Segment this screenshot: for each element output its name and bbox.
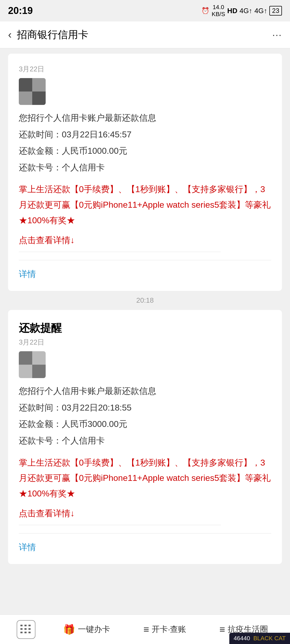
header: ‹ 招商银行信用卡 ··· bbox=[0, 21, 290, 48]
kaika-button[interactable]: ≡ 开卡·查账 bbox=[138, 621, 191, 638]
page-title: 招商银行信用卡 bbox=[17, 28, 272, 42]
more-button[interactable]: ··· bbox=[272, 29, 282, 41]
keyboard-button[interactable] bbox=[17, 620, 35, 639]
message-body-1: 您招行个人信用卡账户最新还款信息 还款时间：03月22日16:45:57 还款金… bbox=[19, 110, 271, 175]
avatar-2 bbox=[19, 351, 46, 378]
divider-2 bbox=[19, 525, 221, 525]
detail-link-1[interactable]: 点击查看详情↓ bbox=[19, 235, 271, 246]
message-card-2: 还款提醒 3月22日 您招行个人信用卡账户最新还款信息 还款时间：03月22日2… bbox=[8, 310, 282, 564]
keyboard-icon bbox=[20, 625, 32, 634]
promo-text-1: 掌上生活还款【0手续费】、【1秒到账】、【支持多家银行】，3月还款更可赢【0元购… bbox=[19, 182, 271, 228]
status-time: 20:19 bbox=[8, 5, 33, 16]
message-card-1: 3月22日 您招行个人信用卡账户最新还款信息 还款时间：03月22日16:45:… bbox=[8, 54, 282, 291]
detail-button-2[interactable]: 详情 bbox=[19, 533, 271, 553]
avatar-1 bbox=[19, 78, 46, 105]
yijian-label: 一键办卡 bbox=[78, 624, 110, 635]
back-button[interactable]: ‹ bbox=[8, 29, 12, 41]
menu-icon-2: ≡ bbox=[219, 624, 225, 635]
message-date-2: 3月22日 bbox=[19, 338, 271, 347]
time-divider: 20:18 bbox=[0, 291, 290, 310]
watermark-brand: BLACK CAT bbox=[253, 635, 286, 642]
yijian-button[interactable]: 🎁 一键办卡 bbox=[58, 621, 115, 638]
signal-4g-2: 4G↑ bbox=[255, 7, 267, 15]
signal-4g: 4G↑ bbox=[240, 7, 252, 15]
detail-button-1[interactable]: 详情 bbox=[19, 260, 271, 280]
kaika-label: 开卡·查账 bbox=[152, 624, 186, 635]
msg2-line2: 还款时间：03月22日20:18:55 bbox=[19, 400, 271, 416]
detail-link-2[interactable]: 点击查看详情↓ bbox=[19, 508, 271, 519]
message-body-2: 您招行个人信用卡账户最新还款信息 还款时间：03月22日20:18:55 还款金… bbox=[19, 383, 271, 448]
gift-icon: 🎁 bbox=[63, 624, 75, 635]
black-cat-watermark: 46440 BLACK CAT bbox=[229, 633, 290, 644]
status-bar: 20:19 ⏰ 14.0KB/S HD 4G↑ 4G↑ 23 bbox=[0, 0, 290, 21]
chat-content: 3月22日 您招行个人信用卡账户最新还款信息 还款时间：03月22日16:45:… bbox=[0, 48, 290, 614]
watermark-number: 46440 bbox=[234, 635, 250, 642]
divider-1 bbox=[19, 252, 221, 252]
alarm-icon: ⏰ bbox=[201, 7, 209, 14]
msg1-line2: 还款时间：03月22日16:45:57 bbox=[19, 127, 271, 142]
reminder-title: 还款提醒 bbox=[19, 321, 271, 335]
status-icons: ⏰ 14.0KB/S HD 4G↑ 4G↑ 23 bbox=[201, 4, 282, 18]
hd-label: HD bbox=[227, 7, 237, 15]
battery-indicator: 23 bbox=[269, 6, 282, 16]
msg2-line3: 还款金额：人民币3000.00元 bbox=[19, 416, 271, 432]
msg1-line3: 还款金额：人民币1000.00元 bbox=[19, 143, 271, 159]
network-speed: 14.0KB/S bbox=[212, 4, 225, 18]
msg1-line1: 您招行个人信用卡账户最新还款信息 bbox=[19, 110, 271, 126]
msg2-line1: 您招行个人信用卡账户最新还款信息 bbox=[19, 383, 271, 399]
promo-text-2: 掌上生活还款【0手续费】、【1秒到账】、【支持多家银行】，3月还款更可赢【0元购… bbox=[19, 455, 271, 502]
msg2-line4: 还款卡号：个人信用卡 bbox=[19, 433, 271, 449]
message-date-1: 3月22日 bbox=[19, 64, 271, 74]
menu-icon-1: ≡ bbox=[143, 624, 149, 635]
msg1-line4: 还款卡号：个人信用卡 bbox=[19, 160, 271, 175]
